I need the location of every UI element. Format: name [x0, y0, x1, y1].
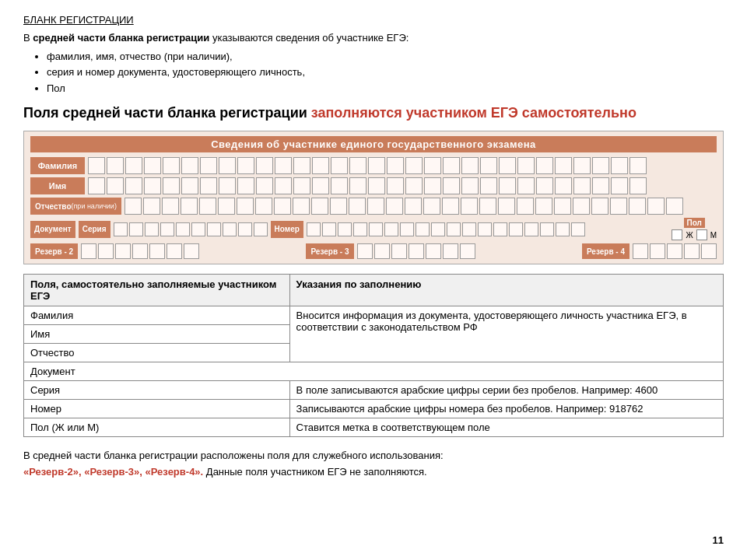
- pol-zh-label: Ж: [686, 231, 693, 240]
- table-field-pol: Пол (Ж или М): [24, 418, 290, 437]
- intro-text-after: указываются сведения об участнике ЕГЭ:: [209, 32, 409, 44]
- form-cell: [592, 177, 609, 194]
- form-cell: [132, 243, 148, 259]
- form-cell: [391, 243, 407, 259]
- form-cell: [424, 157, 441, 174]
- bullet-1: фамилия, имя, отчество (при наличии),: [47, 49, 724, 65]
- bullet-3: Пол: [47, 81, 724, 97]
- form-cell: [517, 157, 535, 174]
- form-cell: [447, 222, 461, 236]
- table-field-imya: Имя: [24, 325, 290, 344]
- form-cell: [312, 157, 329, 174]
- form-cell: [256, 177, 273, 194]
- form-image-area: Сведения об участнике единого государств…: [23, 131, 724, 264]
- form-cell: [509, 222, 523, 236]
- form-cell: [480, 157, 497, 174]
- reserve4-label: Резерв - 4: [582, 243, 630, 259]
- footer-orange: «Резерв-2», «Резерв-3», «Резерв-4».: [23, 466, 203, 478]
- table-desc-pol: Ставится метка в соответствующем поле: [289, 418, 723, 437]
- form-cell: [540, 222, 554, 236]
- form-cell: [219, 157, 236, 174]
- form-cell: [591, 198, 608, 215]
- form-row-familiya: Фамилия: [30, 157, 717, 174]
- form-cell: [633, 243, 648, 259]
- form-cell: [254, 222, 268, 236]
- form-cell: [88, 177, 105, 194]
- pol-zh-checkbox: [672, 229, 682, 240]
- form-cell: [554, 198, 571, 215]
- table-col2-header: Указания по заполнению: [289, 275, 723, 306]
- form-cell: [573, 157, 591, 174]
- form-cell: [555, 177, 572, 194]
- form-cell: [650, 243, 665, 259]
- form-cell: [293, 198, 310, 215]
- intro-bold: средней части бланка регистрации: [33, 32, 209, 44]
- form-cell: [144, 157, 161, 174]
- form-cells-familiya: [88, 157, 647, 174]
- form-cell: [107, 177, 124, 194]
- table-field-document: Документ: [24, 362, 724, 381]
- form-cell: [312, 177, 329, 194]
- form-cell: [387, 157, 404, 174]
- form-cell: [349, 177, 366, 194]
- page-title: БЛАНК РЕГИСТРАЦИИ: [23, 14, 724, 26]
- form-cell: [143, 198, 160, 215]
- form-cell: [125, 157, 142, 174]
- form-cell: [184, 243, 199, 259]
- form-cell: [409, 243, 424, 259]
- form-cell: [536, 157, 553, 174]
- form-cell: [426, 243, 441, 259]
- table-field-seria: Серия: [24, 381, 290, 400]
- form-cell: [274, 198, 291, 215]
- big-note-orange: заполняются участником ЕГЭ самостоятельн…: [311, 105, 637, 121]
- form-cell: [144, 177, 161, 194]
- form-cell: [647, 198, 665, 215]
- form-cell: [416, 222, 430, 236]
- reserve2-cells: [81, 243, 199, 259]
- form-cell: [573, 177, 591, 194]
- pol-m-checkbox: [696, 229, 707, 240]
- form-cell: [460, 243, 475, 259]
- form-cell: [592, 157, 609, 174]
- intro-bullets: фамилия, имя, отчество (при наличии), се…: [47, 49, 724, 97]
- pol-m-label: М: [710, 231, 717, 240]
- table-row: Серия В поле записываются арабские цифры…: [24, 381, 724, 400]
- table-field-otchestvo: Отчество: [24, 344, 290, 362]
- form-cell: [461, 177, 479, 194]
- form-cell: [555, 157, 572, 174]
- form-cell: [349, 198, 366, 215]
- form-cell: [493, 222, 507, 236]
- form-cell: [338, 222, 352, 236]
- form-cell: [479, 198, 496, 215]
- form-cell: [293, 177, 310, 194]
- form-label-familiya: Фамилия: [30, 157, 85, 174]
- form-cell: [556, 222, 570, 236]
- form-cell: [200, 177, 217, 194]
- form-cell: [176, 222, 190, 236]
- form-cell: [322, 222, 336, 236]
- table-row-document: Документ: [24, 362, 724, 381]
- form-cell: [405, 157, 423, 174]
- form-cell: [107, 157, 124, 174]
- form-cell: [611, 177, 628, 194]
- form-cell: [499, 177, 516, 194]
- form-cell: [98, 243, 114, 259]
- form-cell: [200, 157, 217, 174]
- form-cell: [125, 177, 142, 194]
- reserve2-label: Резерв - 2: [30, 243, 78, 259]
- form-cell: [630, 157, 647, 174]
- form-cell: [237, 157, 254, 174]
- reserve3-cells: [357, 243, 475, 259]
- form-label-imya: Имя: [30, 177, 85, 194]
- form-row-imya: Имя: [30, 177, 717, 194]
- form-cell: [666, 198, 683, 215]
- table-col1-header: Поля, самостоятельно заполняемые участни…: [24, 275, 290, 306]
- form-cell: [480, 177, 497, 194]
- table-row: Номер Записываются арабские цифры номера…: [24, 400, 724, 418]
- pol-box: Пол Ж М: [672, 218, 717, 240]
- form-cell: [443, 157, 460, 174]
- form-seria-cells: [114, 222, 268, 236]
- form-cell: [517, 198, 534, 215]
- form-row-otchestvo: Отчество(при наличии): [30, 198, 717, 215]
- form-cell: [386, 198, 403, 215]
